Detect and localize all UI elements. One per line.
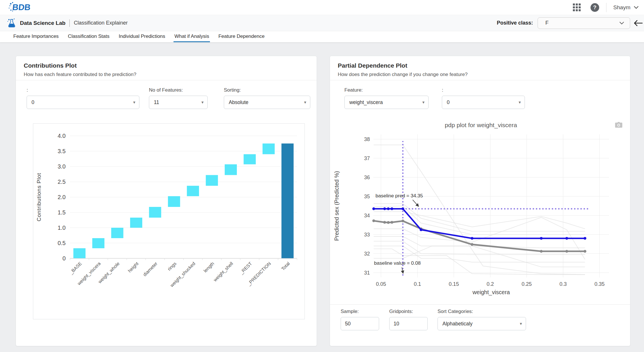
svg-text:height: height <box>127 261 139 273</box>
svg-text:baseline pred = 34.35: baseline pred = 34.35 <box>376 193 423 199</box>
num-features-select[interactable]: 11 ▾ <box>149 96 208 109</box>
page-title: Classification Explainer <box>74 20 128 26</box>
app-header-right: Positive class: F <box>497 17 643 29</box>
num-features-field: No of Features: 11 ▾ <box>149 87 208 109</box>
chevron-down-icon <box>634 6 639 9</box>
positive-class-label: Positive class: <box>497 20 533 26</box>
index-field: : 0 ▾ <box>27 87 139 109</box>
svg-text:0.5: 0.5 <box>58 240 66 246</box>
help-icon[interactable]: ? <box>591 3 599 12</box>
gridpoints-label: Gridpoints: <box>389 309 428 314</box>
sample-field: Sample: <box>341 309 379 330</box>
app-title: Data Science Lab <box>20 20 65 26</box>
index-select[interactable]: 0 ▾ <box>27 96 139 109</box>
svg-text:34: 34 <box>364 213 370 218</box>
caret-down-icon: ▾ <box>304 100 306 105</box>
svg-text:pdp plot for weight_viscera: pdp plot for weight_viscera <box>445 122 517 129</box>
svg-text:BDB: BDB <box>12 3 31 12</box>
pdp-index-value: 0 <box>447 99 450 105</box>
num-features-label: No of Features: <box>149 87 208 93</box>
contributions-chart-frame: 00.51.01.52.02.53.03.54.0_BASEweight_vis… <box>33 123 305 319</box>
tabs-bar: Feature Importances Classification Stats… <box>0 31 644 42</box>
contributions-chart: 00.51.01.52.02.53.03.54.0_BASEweight_vis… <box>33 124 305 319</box>
sorting-select[interactable]: Absolute ▾ <box>224 96 310 109</box>
pdp-card-title: Partial Dependence Plot <box>338 62 622 69</box>
bdb-logo[interactable]: BDB <box>8 1 35 14</box>
tab-classification-stats[interactable]: Classification Stats <box>67 31 110 42</box>
topbar-divider <box>606 3 606 12</box>
svg-text:1.5: 1.5 <box>58 209 66 216</box>
topbar-actions: ? Shaym <box>573 3 639 12</box>
svg-text:32: 32 <box>364 251 370 257</box>
svg-text:0.1: 0.1 <box>414 281 421 287</box>
tab-individual-predictions[interactable]: Individual Predictions <box>118 31 166 42</box>
pdp-feature-select[interactable]: weight_viscera ▾ <box>344 96 429 109</box>
svg-text:31: 31 <box>364 270 370 276</box>
svg-text:38: 38 <box>364 136 370 142</box>
svg-text:Predicted sex (Predicted %): Predicted sex (Predicted %) <box>333 171 340 241</box>
user-name: Shaym <box>613 4 630 11</box>
tab-feature-importances[interactable]: Feature Importances <box>12 31 60 42</box>
svg-text:3.0: 3.0 <box>58 163 66 170</box>
bdb-logo-graphic: BDB <box>8 1 35 13</box>
svg-text:0.15: 0.15 <box>449 281 459 287</box>
positive-class-select[interactable]: F <box>538 17 630 29</box>
app-header-left: Data Science Lab Classification Explaine… <box>7 18 497 28</box>
flask-icon <box>7 18 16 28</box>
index-field-label: : <box>27 87 139 93</box>
help-glyph: ? <box>593 4 597 11</box>
partial-dependence-card: Partial Dependence Plot How does the pre… <box>330 56 630 346</box>
apps-grid-icon[interactable] <box>573 3 581 11</box>
pdp-feature-field: Feature: weight_viscera ▾ <box>344 87 429 109</box>
sorting-label: Sorting: <box>224 87 310 93</box>
back-arrow-icon[interactable] <box>633 20 643 27</box>
sort-categories-label: Sort Categories: <box>438 309 526 314</box>
svg-text:diameter: diameter <box>142 261 158 277</box>
pdp-index-label: : <box>442 87 525 93</box>
num-features-value: 11 <box>154 99 159 105</box>
caret-down-icon: ▾ <box>422 100 425 105</box>
gridpoints-field: Gridpoints: <box>389 309 428 330</box>
caret-down-icon: ▾ <box>201 100 204 105</box>
svg-text:33: 33 <box>364 232 370 238</box>
camera-icon[interactable] <box>615 122 623 129</box>
pdp-controls: Feature: weight_viscera ▾ : 0 ▾ <box>330 80 630 110</box>
pdp-chart: baseline pred = 34.35baseline value = 0.… <box>330 117 631 302</box>
caret-down-icon: ▾ <box>520 321 522 326</box>
pdp-feature-label: Feature: <box>344 87 429 93</box>
tab-feature-dependence[interactable]: Feature Dependence <box>217 31 265 42</box>
sort-categories-select[interactable]: Alphabeticaly ▾ <box>438 317 526 330</box>
svg-text:1.0: 1.0 <box>58 225 66 231</box>
sorting-value: Absolute <box>229 99 248 105</box>
svg-text:35: 35 <box>364 194 370 199</box>
pdp-card-subtitle: How does the prediction change if you ch… <box>338 72 622 77</box>
sort-categories-field: Sort Categories: Alphabeticaly ▾ <box>438 309 526 330</box>
contributions-plot-card: Contributions Plot How has each feature … <box>16 56 317 346</box>
caret-down-icon: ▾ <box>133 100 135 105</box>
user-menu[interactable]: Shaym <box>613 4 639 11</box>
pdp-index-select[interactable]: 0 ▾ <box>442 96 525 109</box>
svg-text:baseline value = 0.08: baseline value = 0.08 <box>374 260 421 266</box>
sorting-field: Sorting: Absolute ▾ <box>224 87 310 109</box>
sample-input[interactable] <box>341 317 379 330</box>
svg-text:0.25: 0.25 <box>522 281 532 287</box>
svg-text:Contributions Plot: Contributions Plot <box>36 173 42 221</box>
svg-text:_BASE: _BASE <box>69 261 83 275</box>
sample-label: Sample: <box>341 309 379 314</box>
svg-text:rings: rings <box>167 261 177 272</box>
svg-text:4.0: 4.0 <box>58 133 66 139</box>
svg-text:weight_shell: weight_shell <box>212 261 234 283</box>
svg-text:length: length <box>203 261 215 273</box>
svg-text:0: 0 <box>62 255 66 262</box>
chevron-down-icon <box>619 22 624 25</box>
caret-down-icon: ▾ <box>518 100 521 105</box>
pdp-feature-value: weight_viscera <box>349 99 383 105</box>
pdp-card-header: Partial Dependence Plot How does the pre… <box>330 56 630 80</box>
pdp-footer-controls: Sample: Gridpoints: Sort Categories: Alp… <box>330 305 630 339</box>
svg-text:_REST: _REST <box>239 261 253 275</box>
svg-text:0.2: 0.2 <box>487 281 494 287</box>
tab-what-if-analysis[interactable]: What if Analysis <box>174 31 210 42</box>
svg-text:0.05: 0.05 <box>376 281 386 287</box>
contributions-controls: : 0 ▾ No of Features: 11 ▾ Sorting: <box>16 80 317 110</box>
gridpoints-input[interactable] <box>389 317 428 330</box>
